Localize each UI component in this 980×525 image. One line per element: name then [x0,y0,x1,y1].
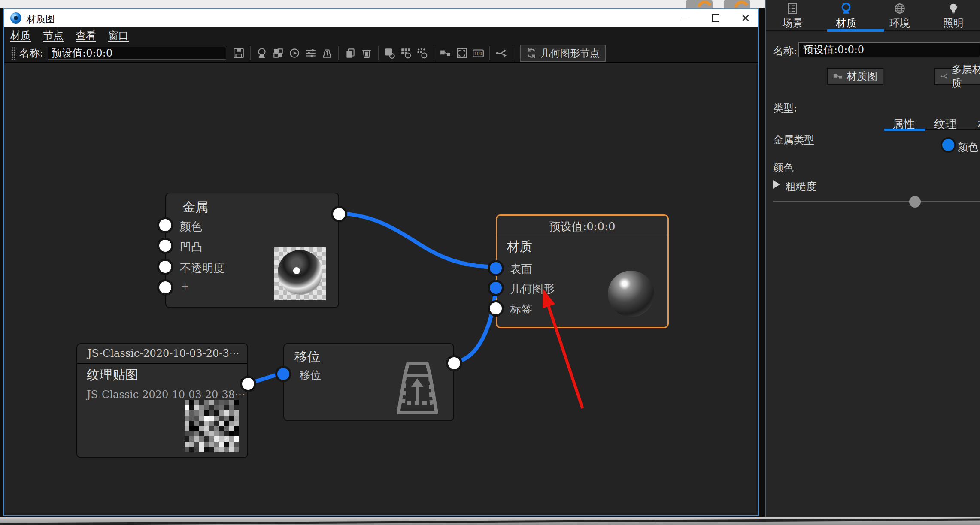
port-label-displacement: 移位 [300,368,321,382]
tab-lighting-label: 照明 [943,16,964,30]
texture-cell [189,447,194,452]
menu-material[interactable]: 材质 [10,29,31,42]
background-sync-globe-icon [686,0,713,8]
tab-environment[interactable]: 环境 [873,0,927,30]
metal-type-option-label: 颜色 [958,140,978,154]
fit-view-icon [456,47,468,59]
toolbar-separator [378,46,379,60]
checker-toggle-button[interactable] [270,45,286,61]
input-port-color[interactable] [157,217,173,233]
tab-scene[interactable]: 场景 [766,0,819,30]
window-titlebar[interactable]: 材质图 [4,9,758,27]
port-label-add: + [181,281,189,293]
node-preview-icon [384,47,396,59]
delete-button[interactable] [358,45,375,61]
output-port-metal[interactable] [331,206,347,222]
tab-scene-label: 场景 [782,16,803,30]
input-port-opacity[interactable] [157,259,173,275]
duplicate-button[interactable] [342,45,358,61]
texture-cell [185,431,189,436]
node-metal[interactable]: 金属 颜色 凹凸 不透明度 + [165,193,339,308]
texture-cell [234,410,239,415]
scene-list-icon [785,3,800,15]
node-graph-canvas[interactable]: 金属 颜色 凹凸 不透明度 + 预设值:0:0:0 材质 表面 几何图形 标签 [4,63,756,513]
grid-preview-button[interactable] [398,45,414,61]
tab-material-label: 材质 [836,16,856,30]
minimize-icon [682,18,689,18]
input-port-bump[interactable] [157,238,173,254]
texture-cell [204,436,209,441]
show-preview-node-button[interactable] [382,45,398,61]
input-port-displacement[interactable] [275,366,291,382]
input-port-geometry[interactable] [488,280,504,296]
minimize-button[interactable] [676,9,695,27]
material-ball-icon [256,47,268,59]
material-preview-sphere [608,271,654,317]
wire-displacement-to-geometry[interactable] [454,287,496,362]
auto-update-button[interactable] [286,45,303,61]
save-button[interactable] [231,45,247,61]
menu-node[interactable]: 节点 [43,29,64,42]
texture-cell [185,416,189,421]
texture-cell [219,421,224,426]
texture-cell [185,421,189,426]
link-nodes-button[interactable] [437,45,454,61]
roughness-slider-track[interactable] [773,201,980,202]
node-material[interactable]: 预设值:0:0:0 材质 表面 几何图形 标签 [496,214,669,328]
toolbar-separator [513,46,513,60]
split-material-button[interactable] [493,45,510,61]
fit-view-button[interactable] [454,45,470,61]
texture-cell [229,431,234,436]
texture-cell [204,400,209,405]
dots-preview-button[interactable] [414,45,431,61]
active-tab-underline [827,29,884,32]
node-texture[interactable]: JS-Classic-2020-10-03-20-3⋯ 纹理贴图 JS-Clas… [76,343,248,458]
input-port-surface[interactable] [488,260,504,276]
wire-metal-to-surface[interactable] [339,213,496,267]
node-material-header: 预设值:0:0:0 [497,219,667,234]
texture-cell [234,436,239,441]
texture-cell [194,416,199,421]
toolbar-grip-handle[interactable] [11,47,16,60]
name-label: 名称: [19,46,43,60]
node-displacement[interactable]: 移位 移位 [283,343,454,421]
texture-cell [224,421,229,426]
trash-icon [361,47,373,59]
zoom-100-button[interactable]: 100 [470,45,486,61]
menu-view[interactable]: 查看 [76,29,96,42]
texture-cell [214,416,219,421]
material-graph-button[interactable]: 材质图 [827,68,883,85]
metal-type-color-radio[interactable] [941,137,956,153]
panel-name-input[interactable] [798,42,980,57]
texture-cell [204,426,209,431]
texture-cell [214,447,219,452]
close-button[interactable] [736,9,755,27]
output-port-displacement[interactable] [446,355,462,371]
metal-preview-thumbnail [274,247,326,300]
texture-cell [229,405,234,410]
multi-layer-material-button[interactable]: 多层材质 [934,68,980,85]
menu-window[interactable]: 窗口 [108,29,129,42]
texture-cell [229,400,234,405]
input-port-tag[interactable] [488,300,504,317]
settings-button[interactable] [303,45,319,61]
input-port-add[interactable] [157,279,173,296]
texture-cell [194,400,199,405]
material-preview-button[interactable] [254,45,270,61]
displacement-execute-button[interactable] [319,45,335,61]
output-port-texture[interactable] [240,376,256,392]
material-name-input[interactable] [48,47,226,60]
texture-cell [189,436,194,441]
texture-cell [209,436,214,441]
maximize-button[interactable] [706,9,725,27]
texture-cell [214,400,219,405]
tab-material[interactable]: 材质 [819,0,873,30]
environment-globe-icon [892,3,907,15]
geometry-node-button[interactable]: 几何图形节点 [520,45,606,62]
roughness-slider-thumb[interactable] [909,196,921,208]
roughness-expand-icon[interactable] [773,180,780,189]
texture-cell [204,416,209,421]
tab-lighting[interactable]: 照明 [926,0,980,30]
save-icon [233,47,245,59]
texture-cell [199,431,204,436]
